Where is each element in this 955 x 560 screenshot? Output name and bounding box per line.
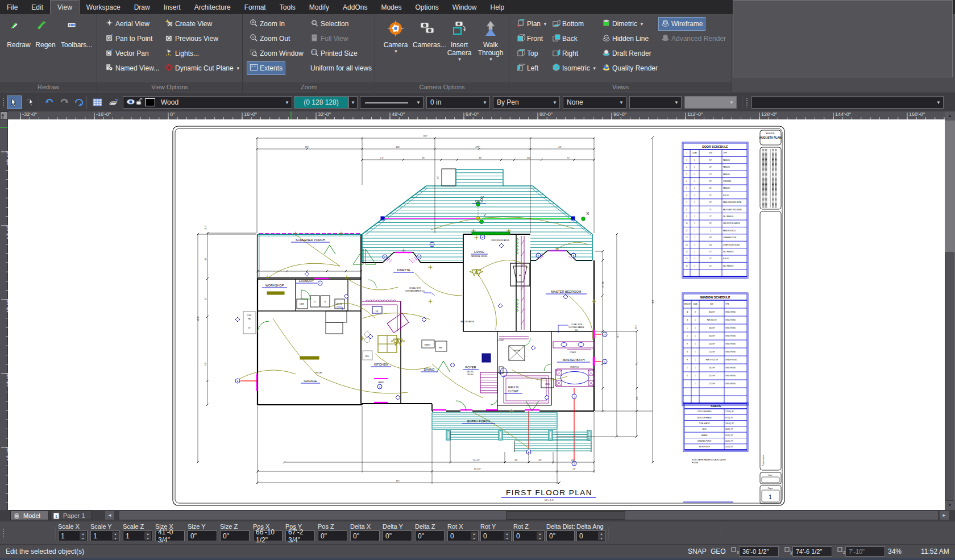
table-button[interactable] (90, 96, 105, 109)
spinner[interactable]: ▲▼ (537, 532, 543, 540)
redo-button[interactable] (57, 96, 72, 109)
menu-options[interactable]: Options (408, 1, 445, 15)
ribbon-button-dynamic-cut-plane[interactable]: Dynamic Cut Plane▼ (162, 61, 243, 75)
spinner[interactable]: ▲▼ (144, 532, 151, 540)
menu-help[interactable]: Help (484, 1, 512, 15)
scroll-down-icon[interactable]: ▼ (945, 501, 955, 510)
field-input[interactable]: 0" (188, 530, 217, 541)
ribbon-button-zoom-in[interactable]: Zoom In (247, 17, 288, 31)
spinner[interactable]: ▲▼ (112, 532, 119, 540)
pen-color-combo[interactable]: (0 128 128) (294, 96, 348, 109)
ribbon-button-front[interactable]: Front (514, 32, 546, 45)
node-select-button[interactable] (23, 96, 38, 109)
ribbon-button-create-view[interactable]: Create View (162, 17, 215, 31)
field-input[interactable]: 1▲▼ (58, 530, 88, 541)
ribbon-button-right[interactable]: Right (549, 47, 581, 60)
fill-style-combo[interactable]: None▼ (563, 96, 626, 109)
spinner[interactable]: ▲▼ (504, 532, 510, 540)
menu-view[interactable]: View (50, 0, 80, 14)
menu-insert[interactable]: Insert (157, 1, 188, 15)
field-input[interactable]: 41'-0 3/4" (155, 530, 185, 541)
ribbon-button-uniform-for-all-views[interactable]: Uniform for all views (308, 61, 375, 75)
line-width-combo[interactable]: 0 in▼ (426, 96, 490, 109)
ribbon-button-isometric[interactable]: Isometric▼ (549, 61, 600, 75)
coord-x-field[interactable]: 36'-0 1/2" (739, 546, 779, 557)
ribbon-button-previous-view[interactable]: Previous View (162, 32, 221, 45)
ribbon-button-aerial-view[interactable]: Aerial View (102, 17, 152, 31)
menu-workspace[interactable]: Workspace (80, 1, 127, 15)
ribbon-button-named-view-[interactable]: Named View... (102, 61, 162, 75)
ribbon-button-cameras-[interactable]: Cameras... (413, 17, 442, 49)
gradient-combo[interactable]: ▼ (684, 96, 737, 109)
layer-combo[interactable]: Wood▼ (123, 96, 292, 109)
ribbon-button-full-view[interactable]: Full View (308, 32, 351, 45)
ribbon-button-zoom-out[interactable]: Zoom Out (247, 32, 293, 45)
vertical-scrollbar[interactable]: ▲ ▼ (945, 111, 955, 510)
menu-edit[interactable]: Edit (24, 1, 50, 15)
menu-modify[interactable]: Modify (302, 1, 336, 15)
spinner[interactable]: ▲▼ (471, 532, 478, 540)
field-input[interactable]: 0" (415, 530, 445, 541)
ribbon-button-camera[interactable]: Camera▼ (381, 17, 410, 54)
ribbon-button-insert-camera[interactable]: Insert Camera▼ (445, 17, 474, 62)
ribbon-button-top[interactable]: Top (514, 47, 541, 60)
layers-button[interactable] (106, 96, 121, 109)
ribbon-button-bottom[interactable]: Bottom (549, 17, 587, 31)
menu-format[interactable]: Format (238, 1, 273, 15)
ribbon-button-advanced-render[interactable]: Advanced Render (658, 32, 729, 45)
scroll-right-icon[interactable]: ► (940, 511, 949, 520)
vertical-scroll-thumb[interactable] (945, 252, 954, 501)
ribbon-button-left[interactable]: Left (514, 61, 541, 75)
ribbon-button-extents[interactable]: Extents (247, 61, 285, 75)
pattern-combo[interactable]: ▼ (629, 96, 682, 109)
viewport-combo[interactable]: ▼ (751, 96, 944, 109)
menu-window[interactable]: Window (446, 1, 484, 15)
menu-draw[interactable]: Draw (127, 1, 157, 15)
field-input[interactable]: 0▲▼ (447, 530, 479, 541)
menu-file[interactable]: File (0, 1, 24, 15)
field-input[interactable]: 0" (350, 530, 380, 541)
scroll-up-icon[interactable]: ▲ (945, 111, 955, 121)
select-tool-button[interactable] (7, 96, 22, 109)
ribbon-button-selection[interactable]: Selection (308, 17, 351, 31)
ribbon-button-toolbars-[interactable]: Toolbars... (61, 17, 90, 49)
ribbon-button-dimetric[interactable]: Dimetric▼ (599, 17, 647, 31)
ribbon-button-printed-size[interactable]: 1:1Printed Size (308, 47, 360, 60)
pen-color-arrow[interactable]: ▼ (348, 96, 358, 109)
tab-paper-1[interactable]: 1Paper 1 (50, 511, 92, 520)
ribbon-button-plan[interactable]: Plan▼ (514, 17, 550, 31)
field-input[interactable]: 1▲▼ (123, 530, 152, 541)
ribbon-button-back[interactable]: Back (549, 32, 580, 45)
field-input[interactable]: 0" (318, 530, 347, 541)
snap-toggle[interactable]: SNAP (688, 547, 707, 555)
horizontal-scrollbar[interactable] (119, 511, 938, 520)
field-input[interactable]: 0" (383, 530, 412, 541)
ribbon-button-draft-render[interactable]: Draft Render (599, 47, 654, 60)
field-input[interactable]: 0▲▼ (576, 530, 606, 541)
spinner[interactable]: ▲▼ (80, 532, 86, 540)
zoom-level[interactable]: 34% (888, 547, 902, 555)
field-input[interactable]: 0" (220, 530, 250, 541)
field-input[interactable]: 0▲▼ (480, 530, 512, 541)
pen-style-combo[interactable]: By Pen▼ (493, 96, 560, 109)
field-input[interactable]: 1▲▼ (90, 530, 120, 541)
field-input[interactable]: 0" (546, 530, 575, 541)
spinner[interactable]: ▲▼ (598, 532, 605, 540)
line-style-combo[interactable]: ▼ (360, 96, 423, 109)
drawing-canvas[interactable]: AUGUSTAAUGUSTA PLANProject nameDatePages… (8, 119, 945, 510)
field-input[interactable]: 67'-2 3/4" (285, 530, 315, 541)
horizontal-scroll-thumb[interactable] (506, 511, 625, 520)
menu-modes[interactable]: Modes (374, 1, 408, 15)
ribbon-button-walk-through[interactable]: Walk Through▼ (476, 17, 505, 62)
geo-toggle[interactable]: GEO (711, 547, 726, 555)
coord-z-field[interactable]: 7'-10" (845, 546, 885, 557)
field-input[interactable]: 0▲▼ (513, 530, 545, 541)
ribbon-button-vector-pan[interactable]: Vector Pan (102, 47, 152, 60)
redo-loop-button[interactable] (72, 96, 86, 109)
ribbon-button-redraw[interactable]: Redraw (4, 17, 34, 49)
ribbon-button-regen[interactable]: Regen (31, 17, 60, 49)
ribbon-button-lights-[interactable]: Lights... (162, 47, 202, 60)
ribbon-button-quality-render[interactable]: Quality Render (599, 61, 661, 75)
field-input[interactable]: 66'-10 1/2" (253, 530, 283, 541)
menu-tools[interactable]: Tools (273, 1, 302, 15)
